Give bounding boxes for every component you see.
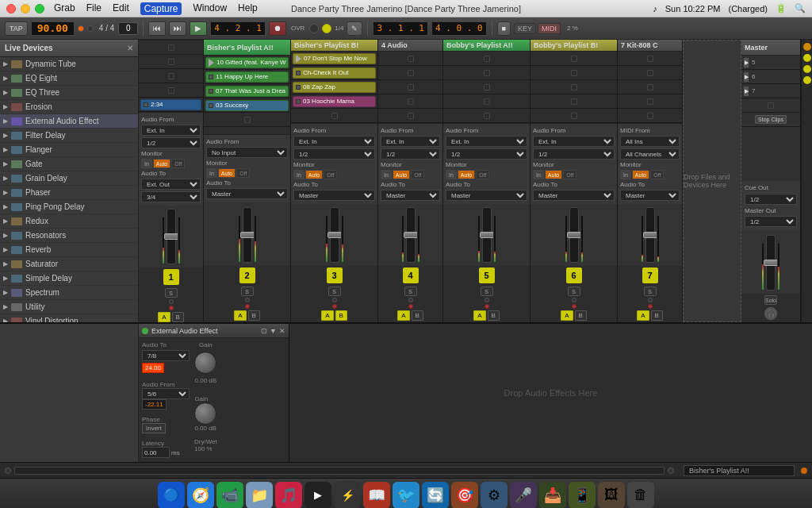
input-select[interactable]: 1/2: [141, 137, 201, 148]
window-controls[interactable]: [6, 4, 44, 13]
monitor-auto-btn[interactable]: Auto: [545, 170, 562, 179]
clip-slot[interactable]: [530, 94, 617, 109]
scroll-right-btn[interactable]: [668, 468, 674, 474]
scroll-indicator-2[interactable]: [803, 54, 811, 62]
empty-slot[interactable]: [571, 84, 577, 90]
clip-slot[interactable]: [139, 83, 203, 98]
dock-app1[interactable]: ⚡: [334, 482, 361, 509]
sidebar-item-flanger[interactable]: ▶ Flanger: [0, 143, 138, 157]
scrollbar-track-label[interactable]: Bisher's Playlist A!!: [684, 465, 795, 476]
audio-from-select-6[interactable]: Ext. In: [533, 136, 615, 147]
menu-edit[interactable]: Edit: [113, 2, 129, 15]
sidebar-item-simple-delay[interactable]: ▶ Simple Delay: [0, 271, 138, 286]
midi-from-select-7[interactable]: All Ins: [620, 136, 680, 147]
sidebar-item-saturator[interactable]: ▶ Saturator: [0, 257, 138, 271]
solo-button-2[interactable]: S: [241, 287, 254, 296]
empty-slot[interactable]: [571, 98, 577, 105]
metronome-led[interactable]: [78, 25, 84, 32]
empty-slot[interactable]: [168, 87, 174, 94]
sidebar-item-redux[interactable]: ▶ Redux: [0, 214, 138, 229]
dock-dictionary[interactable]: 📖: [363, 482, 390, 509]
track-number-badge-5[interactable]: 5: [479, 267, 495, 283]
clip-slot[interactable]: 07 Don't Stop Me Now: [291, 52, 377, 66]
monitor-off-btn[interactable]: Off: [563, 170, 576, 179]
sidebar-item-gate[interactable]: ▶ Gate: [0, 157, 138, 171]
clip-slot[interactable]: [443, 109, 530, 123]
dock-app6[interactable]: 📱: [569, 482, 596, 509]
empty-slot[interactable]: [647, 98, 653, 105]
solo-button-6[interactable]: S: [568, 287, 580, 296]
clip-slot[interactable]: [378, 94, 442, 109]
empty-slot[interactable]: [647, 70, 653, 76]
gain-to-knob[interactable]: [194, 352, 216, 374]
maximize-button[interactable]: [35, 4, 44, 13]
mute-button-2[interactable]: [245, 298, 250, 302]
stop-clips-button[interactable]: ■: [497, 21, 511, 36]
clip-stop[interactable]: [296, 99, 301, 104]
scroll-indicator-3[interactable]: [803, 65, 811, 73]
follow-led[interactable]: [87, 25, 94, 32]
empty-slot[interactable]: [408, 56, 414, 62]
clip-slot[interactable]: [139, 69, 203, 83]
audio-to-device-select[interactable]: 7/8: [142, 350, 190, 361]
monitor-off-btn[interactable]: Off: [411, 170, 424, 179]
a-button-4[interactable]: A: [397, 310, 409, 321]
mute-button-1[interactable]: [169, 299, 174, 304]
clip-slot[interactable]: Ch-Check It Out: [291, 66, 377, 80]
b-button-2[interactable]: B: [248, 310, 260, 321]
midi-button[interactable]: MIDI: [538, 23, 561, 34]
b-button-7[interactable]: B: [651, 310, 663, 321]
input-select-4[interactable]: 1/2: [381, 148, 440, 160]
dock-folder[interactable]: 📁: [246, 482, 273, 509]
clip-slot[interactable]: [530, 66, 617, 80]
cue-out-select[interactable]: 1/2: [745, 194, 797, 205]
empty-slot[interactable]: [647, 113, 653, 119]
clip-slot[interactable]: [139, 55, 203, 69]
clip-stop[interactable]: [209, 103, 213, 108]
monitor-auto-btn[interactable]: Auto: [458, 170, 475, 179]
sidebar-item-vinyl[interactable]: ▶ Vinyl Distortion: [0, 314, 138, 322]
clip[interactable]: 08 Zap Zap: [293, 82, 376, 93]
empty-slot[interactable]: [571, 113, 577, 119]
master-clip-slot-4[interactable]: [741, 98, 800, 113]
empty-slot[interactable]: [484, 84, 490, 90]
device-close-icon[interactable]: ✕: [279, 327, 285, 335]
sidebar-item-grain-delay[interactable]: ▶ Grain Delay: [0, 171, 138, 186]
master-clip-2[interactable]: ▶: [743, 71, 749, 83]
clip-slot[interactable]: [530, 80, 617, 94]
clip-slot[interactable]: [378, 80, 442, 94]
record-arm-5[interactable]: [485, 304, 489, 309]
clip-slot[interactable]: 07 That Was Just a Drea: [204, 84, 290, 98]
clip-slot[interactable]: [618, 109, 682, 123]
headphones-button[interactable]: 🎧: [764, 306, 778, 321]
audio-from-select-5[interactable]: Ext. In: [446, 136, 527, 147]
clip[interactable]: 03 Hoochie Mama: [293, 96, 376, 107]
empty-slot[interactable]: [647, 56, 653, 62]
drop-effects-zone[interactable]: Drop Audio Effects Here: [289, 324, 812, 462]
stop-clips-button[interactable]: Stop Clips: [755, 115, 787, 124]
dock-safari[interactable]: 🧭: [187, 482, 214, 509]
solo-button-3[interactable]: S: [328, 287, 341, 296]
audio-from-select-3[interactable]: Ext. In: [293, 136, 375, 147]
empty-slot[interactable]: [647, 84, 653, 90]
empty-slot[interactable]: [484, 56, 490, 62]
mute-button-6[interactable]: [572, 298, 576, 302]
clip-slot[interactable]: [618, 66, 682, 80]
clip-stop[interactable]: [209, 89, 213, 94]
track-number-badge-7[interactable]: 7: [642, 267, 658, 283]
device-power-led[interactable]: [142, 328, 148, 334]
clip-slot[interactable]: 03 Succexy: [204, 98, 290, 113]
monitor-in-btn[interactable]: In: [293, 170, 304, 179]
clip-slot[interactable]: [378, 66, 442, 80]
play-button[interactable]: ▶: [190, 21, 207, 36]
drop-files-zone[interactable]: Drop Files and Devices Here: [683, 40, 741, 322]
sidebar-item-spectrum[interactable]: ▶ Spectrum: [0, 286, 138, 300]
channel-select-7[interactable]: All Channels: [620, 148, 680, 160]
monitor-off-btn[interactable]: Off: [650, 170, 664, 179]
a-button-1[interactable]: A: [158, 312, 170, 322]
menu-grab[interactable]: Grab: [54, 2, 75, 15]
clip-stop[interactable]: [296, 85, 301, 90]
track-header-4[interactable]: 4 Audio: [378, 40, 442, 52]
empty-slot[interactable]: [168, 44, 174, 51]
audio-from-device-select[interactable]: 5/6: [142, 388, 190, 399]
